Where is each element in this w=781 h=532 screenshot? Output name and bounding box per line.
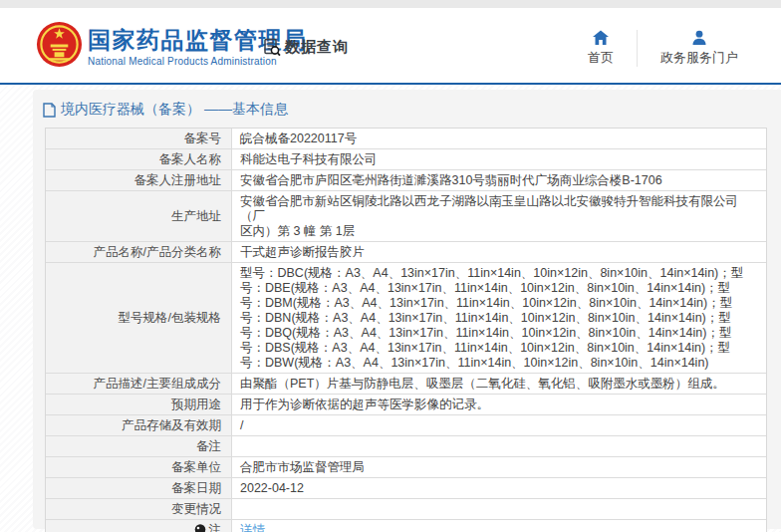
table-row: 备案日期 2022-04-12 xyxy=(46,477,766,498)
row-label-text: 产品存储及有效期 xyxy=(122,418,221,433)
row-value: 2022-04-12 xyxy=(232,478,766,498)
row-label-text: 备案日期 xyxy=(171,481,221,496)
row-value xyxy=(232,436,766,456)
section-title: 境内医疗器械（备案） ——基本信息 xyxy=(33,90,781,128)
table-row: 备案人名称 科能达电子科技有限公司 xyxy=(46,148,766,169)
row-label: 备案日期 xyxy=(46,478,232,498)
row-value-text: 安徽省合肥市新站区铜陵北路以西龙子湖路以南玉皇山路以北安徽骏特升智能科技有限公司… xyxy=(240,194,758,239)
nav-item-service-portal[interactable]: 政务服务门户 xyxy=(637,30,761,67)
data-query-label: 数据查询 xyxy=(285,38,349,57)
row-value: 由聚酯（PET）片基与防静电层、吸墨层（二氧化硅、氧化铝、吸附墨水或墨粉）组成。 xyxy=(232,374,766,394)
row-label: 生产地址 xyxy=(46,191,232,241)
note-icon xyxy=(194,524,206,532)
table-row: 预期用途 用于作为诊断依据的超声等医学影像的记录。 xyxy=(46,394,766,414)
table-row: 备案单位 合肥市市场监督管理局 xyxy=(46,456,766,477)
table-row: 生产地址 安徽省合肥市新站区铜陵北路以西龙子湖路以南玉皇山路以北安徽骏特升智能科… xyxy=(46,190,766,241)
row-label: 备案人注册地址 xyxy=(46,170,232,190)
row-value-text: 合肥市市场监督管理局 xyxy=(240,460,365,475)
home-icon xyxy=(592,30,610,46)
row-value xyxy=(232,499,766,519)
row-label: 备案号 xyxy=(46,129,232,148)
basic-info-panel: 境内医疗器械（备案） ——基本信息 备案号 皖合械备20220117号 xyxy=(33,90,781,529)
details-link[interactable]: 详情 xyxy=(240,523,265,532)
row-value: 合肥市市场监督管理局 xyxy=(232,457,766,477)
row-value-text: 干式超声诊断报告胶片 xyxy=(240,245,365,260)
row-value-text: 由聚酯（PET）片基与防静电层、吸墨层（二氧化硅、氧化铝、吸附墨水或墨粉）组成。 xyxy=(240,377,725,392)
row-label-text: 备案人注册地址 xyxy=(134,173,222,188)
row-label-text: 生产地址 xyxy=(171,209,221,224)
row-label-text: 备案人名称 xyxy=(159,152,222,167)
page-doc-icon xyxy=(43,103,56,118)
row-label-text: 产品描述/主要组成成分 xyxy=(94,377,221,392)
top-strip xyxy=(0,0,781,8)
table-row: 备注 xyxy=(46,435,766,456)
row-label-text: 产品名称/产品分类名称 xyxy=(94,245,221,260)
row-label: 变更情况 xyxy=(46,499,232,519)
row-label-text: 变更情况 xyxy=(171,502,221,517)
row-value: 安徽省合肥市庐阳区亳州路街道濉溪路310号翡丽时代广场商业综合楼B-1706 xyxy=(232,170,766,190)
row-value: 干式超声诊断报告胶片 xyxy=(232,242,766,262)
row-label: 预期用途 xyxy=(46,395,232,414)
row-label-text: 型号规格/包装规格 xyxy=(119,311,221,326)
table-row: 备案号 皖合械备20220117号 xyxy=(46,129,766,148)
row-label-text: 备注 xyxy=(196,439,221,454)
table-row: 变更情况 xyxy=(46,498,766,519)
national-emblem-logo xyxy=(36,21,83,68)
row-value-text: 皖合械备20220117号 xyxy=(240,132,357,146)
row-label-text: 注 xyxy=(209,523,222,532)
row-label-text: 预期用途 xyxy=(171,398,221,412)
row-value-text: 安徽省合肥市庐阳区亳州路街道濉溪路310号翡丽时代广场商业综合楼B-1706 xyxy=(240,173,662,188)
row-label: 备案人名称 xyxy=(46,149,232,169)
table-row: 备案人注册地址 安徽省合肥市庐阳区亳州路街道濉溪路310号翡丽时代广场商业综合楼… xyxy=(46,169,766,190)
row-value: 详情 xyxy=(232,520,766,532)
document-search-icon xyxy=(262,37,282,58)
data-query-button[interactable]: 数据查询 xyxy=(262,37,349,58)
site-header: 国家药品监督管理局 National Medical Products Admi… xyxy=(0,8,781,83)
row-value: / xyxy=(232,415,766,435)
nav-item-home[interactable]: 首页 xyxy=(565,30,637,67)
table-row: 注 详情 xyxy=(46,519,766,532)
row-label: 型号规格/包装规格 xyxy=(46,263,232,373)
table-row: 产品名称/产品分类名称 干式超声诊断报告胶片 xyxy=(46,241,766,262)
user-icon xyxy=(691,30,707,46)
row-label-text: 备案号 xyxy=(184,132,222,146)
row-label: 产品存储及有效期 xyxy=(46,415,232,435)
row-value-text: 2022-04-12 xyxy=(240,481,304,496)
table-row: 型号规格/包装规格 型号：DBC(规格：A3、A4、13in×17in、11in… xyxy=(46,262,766,373)
row-label: 备案单位 xyxy=(46,457,232,477)
row-label: 注 xyxy=(46,520,232,532)
row-value-text: 用于作为诊断依据的超声等医学影像的记录。 xyxy=(240,398,489,412)
row-label-text: 备案单位 xyxy=(171,460,221,475)
table-row: 产品描述/主要组成成分 由聚酯（PET）片基与防静电层、吸墨层（二氧化硅、氧化铝… xyxy=(46,373,766,394)
basic-info-table: 备案号 皖合械备20220117号 备案人名称 xyxy=(45,128,767,532)
row-value: 科能达电子科技有限公司 xyxy=(232,149,766,169)
row-label: 备注 xyxy=(46,436,232,456)
row-label: 产品描述/主要组成成分 xyxy=(46,374,232,394)
row-label: 产品名称/产品分类名称 xyxy=(46,242,232,262)
row-value-text: 型号：DBC(规格：A3、A4、13in×17in、11in×14in、10in… xyxy=(240,266,743,371)
row-value-text: / xyxy=(240,418,243,433)
nav-item-label: 政务服务门户 xyxy=(660,49,738,67)
table-row: 产品存储及有效期 / xyxy=(46,414,766,435)
row-value: 型号：DBC(规格：A3、A4、13in×17in、11in×14in、10in… xyxy=(232,263,766,373)
row-value: 用于作为诊断依据的超声等医学影像的记录。 xyxy=(232,395,766,414)
row-value: 安徽省合肥市新站区铜陵北路以西龙子湖路以南玉皇山路以北安徽骏特升智能科技有限公司… xyxy=(232,191,766,241)
row-value-text: 科能达电子科技有限公司 xyxy=(240,152,378,167)
row-value: 皖合械备20220117号 xyxy=(232,129,766,148)
section-title-text: 境内医疗器械（备案） ——基本信息 xyxy=(61,101,288,119)
header-nav: 首页 政务服务门户 xyxy=(565,30,761,67)
nav-item-label: 首页 xyxy=(588,49,614,67)
